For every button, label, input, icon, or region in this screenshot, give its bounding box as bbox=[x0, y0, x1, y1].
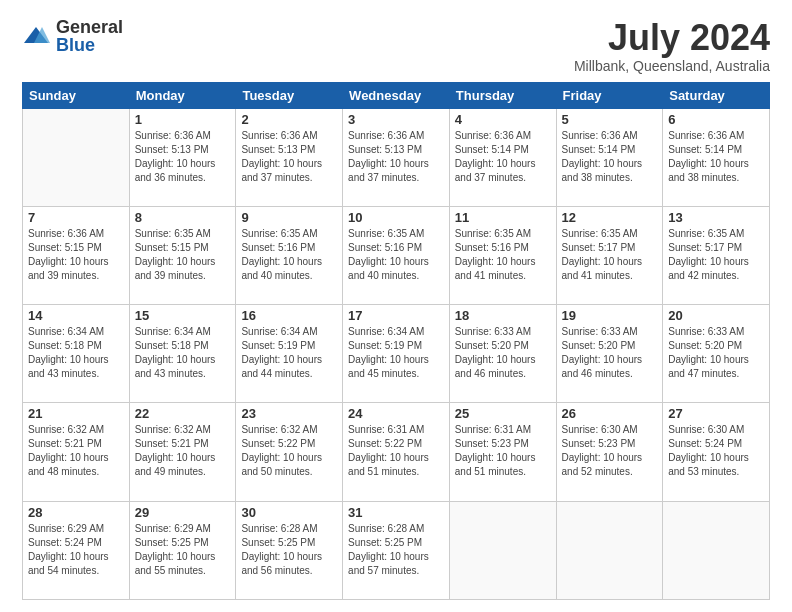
day-number: 10 bbox=[348, 210, 444, 225]
table-row: 2Sunrise: 6:36 AMSunset: 5:13 PMDaylight… bbox=[236, 108, 343, 206]
day-number: 29 bbox=[135, 505, 231, 520]
day-info: Sunrise: 6:35 AMSunset: 5:16 PMDaylight:… bbox=[455, 227, 551, 283]
day-number: 26 bbox=[562, 406, 658, 421]
subtitle: Millbank, Queensland, Australia bbox=[574, 58, 770, 74]
table-row bbox=[663, 501, 770, 599]
logo-icon bbox=[22, 25, 50, 47]
day-info: Sunrise: 6:35 AMSunset: 5:17 PMDaylight:… bbox=[562, 227, 658, 283]
table-row bbox=[23, 108, 130, 206]
table-row: 24Sunrise: 6:31 AMSunset: 5:22 PMDayligh… bbox=[343, 403, 450, 501]
day-info: Sunrise: 6:29 AMSunset: 5:24 PMDaylight:… bbox=[28, 522, 124, 578]
day-number: 11 bbox=[455, 210, 551, 225]
day-number: 12 bbox=[562, 210, 658, 225]
table-row: 20Sunrise: 6:33 AMSunset: 5:20 PMDayligh… bbox=[663, 305, 770, 403]
day-info: Sunrise: 6:34 AMSunset: 5:19 PMDaylight:… bbox=[241, 325, 337, 381]
day-number: 14 bbox=[28, 308, 124, 323]
logo-blue: Blue bbox=[56, 36, 123, 54]
day-number: 22 bbox=[135, 406, 231, 421]
calendar-week-row: 14Sunrise: 6:34 AMSunset: 5:18 PMDayligh… bbox=[23, 305, 770, 403]
day-number: 16 bbox=[241, 308, 337, 323]
header: General Blue July 2024 Millbank, Queensl… bbox=[22, 18, 770, 74]
day-info: Sunrise: 6:28 AMSunset: 5:25 PMDaylight:… bbox=[241, 522, 337, 578]
day-number: 17 bbox=[348, 308, 444, 323]
title-area: July 2024 Millbank, Queensland, Australi… bbox=[574, 18, 770, 74]
day-info: Sunrise: 6:35 AMSunset: 5:16 PMDaylight:… bbox=[241, 227, 337, 283]
col-tuesday: Tuesday bbox=[236, 82, 343, 108]
table-row: 18Sunrise: 6:33 AMSunset: 5:20 PMDayligh… bbox=[449, 305, 556, 403]
day-info: Sunrise: 6:30 AMSunset: 5:23 PMDaylight:… bbox=[562, 423, 658, 479]
day-number: 18 bbox=[455, 308, 551, 323]
day-info: Sunrise: 6:35 AMSunset: 5:15 PMDaylight:… bbox=[135, 227, 231, 283]
day-number: 13 bbox=[668, 210, 764, 225]
day-info: Sunrise: 6:36 AMSunset: 5:14 PMDaylight:… bbox=[668, 129, 764, 185]
day-info: Sunrise: 6:36 AMSunset: 5:13 PMDaylight:… bbox=[348, 129, 444, 185]
day-info: Sunrise: 6:35 AMSunset: 5:16 PMDaylight:… bbox=[348, 227, 444, 283]
col-monday: Monday bbox=[129, 82, 236, 108]
day-info: Sunrise: 6:36 AMSunset: 5:13 PMDaylight:… bbox=[135, 129, 231, 185]
logo: General Blue bbox=[22, 18, 123, 54]
calendar-week-row: 21Sunrise: 6:32 AMSunset: 5:21 PMDayligh… bbox=[23, 403, 770, 501]
day-info: Sunrise: 6:32 AMSunset: 5:22 PMDaylight:… bbox=[241, 423, 337, 479]
day-info: Sunrise: 6:34 AMSunset: 5:18 PMDaylight:… bbox=[28, 325, 124, 381]
table-row: 8Sunrise: 6:35 AMSunset: 5:15 PMDaylight… bbox=[129, 206, 236, 304]
day-info: Sunrise: 6:33 AMSunset: 5:20 PMDaylight:… bbox=[668, 325, 764, 381]
table-row: 30Sunrise: 6:28 AMSunset: 5:25 PMDayligh… bbox=[236, 501, 343, 599]
day-number: 8 bbox=[135, 210, 231, 225]
col-wednesday: Wednesday bbox=[343, 82, 450, 108]
table-row: 31Sunrise: 6:28 AMSunset: 5:25 PMDayligh… bbox=[343, 501, 450, 599]
day-number: 25 bbox=[455, 406, 551, 421]
day-number: 27 bbox=[668, 406, 764, 421]
day-number: 4 bbox=[455, 112, 551, 127]
day-info: Sunrise: 6:36 AMSunset: 5:14 PMDaylight:… bbox=[562, 129, 658, 185]
day-info: Sunrise: 6:34 AMSunset: 5:18 PMDaylight:… bbox=[135, 325, 231, 381]
day-info: Sunrise: 6:32 AMSunset: 5:21 PMDaylight:… bbox=[28, 423, 124, 479]
day-info: Sunrise: 6:36 AMSunset: 5:15 PMDaylight:… bbox=[28, 227, 124, 283]
table-row bbox=[449, 501, 556, 599]
table-row: 5Sunrise: 6:36 AMSunset: 5:14 PMDaylight… bbox=[556, 108, 663, 206]
table-row: 7Sunrise: 6:36 AMSunset: 5:15 PMDaylight… bbox=[23, 206, 130, 304]
day-info: Sunrise: 6:28 AMSunset: 5:25 PMDaylight:… bbox=[348, 522, 444, 578]
table-row: 14Sunrise: 6:34 AMSunset: 5:18 PMDayligh… bbox=[23, 305, 130, 403]
day-number: 31 bbox=[348, 505, 444, 520]
day-info: Sunrise: 6:31 AMSunset: 5:23 PMDaylight:… bbox=[455, 423, 551, 479]
calendar-week-row: 1Sunrise: 6:36 AMSunset: 5:13 PMDaylight… bbox=[23, 108, 770, 206]
table-row: 17Sunrise: 6:34 AMSunset: 5:19 PMDayligh… bbox=[343, 305, 450, 403]
day-number: 24 bbox=[348, 406, 444, 421]
calendar-header-row: Sunday Monday Tuesday Wednesday Thursday… bbox=[23, 82, 770, 108]
day-number: 15 bbox=[135, 308, 231, 323]
col-saturday: Saturday bbox=[663, 82, 770, 108]
table-row: 21Sunrise: 6:32 AMSunset: 5:21 PMDayligh… bbox=[23, 403, 130, 501]
day-number: 7 bbox=[28, 210, 124, 225]
day-info: Sunrise: 6:30 AMSunset: 5:24 PMDaylight:… bbox=[668, 423, 764, 479]
day-info: Sunrise: 6:36 AMSunset: 5:14 PMDaylight:… bbox=[455, 129, 551, 185]
calendar-table: Sunday Monday Tuesday Wednesday Thursday… bbox=[22, 82, 770, 600]
day-number: 6 bbox=[668, 112, 764, 127]
day-number: 19 bbox=[562, 308, 658, 323]
table-row: 16Sunrise: 6:34 AMSunset: 5:19 PMDayligh… bbox=[236, 305, 343, 403]
day-number: 20 bbox=[668, 308, 764, 323]
day-number: 30 bbox=[241, 505, 337, 520]
page: General Blue July 2024 Millbank, Queensl… bbox=[0, 0, 792, 612]
day-number: 28 bbox=[28, 505, 124, 520]
table-row: 3Sunrise: 6:36 AMSunset: 5:13 PMDaylight… bbox=[343, 108, 450, 206]
day-number: 23 bbox=[241, 406, 337, 421]
table-row bbox=[556, 501, 663, 599]
table-row: 19Sunrise: 6:33 AMSunset: 5:20 PMDayligh… bbox=[556, 305, 663, 403]
day-info: Sunrise: 6:32 AMSunset: 5:21 PMDaylight:… bbox=[135, 423, 231, 479]
day-number: 3 bbox=[348, 112, 444, 127]
day-info: Sunrise: 6:33 AMSunset: 5:20 PMDaylight:… bbox=[562, 325, 658, 381]
col-thursday: Thursday bbox=[449, 82, 556, 108]
table-row: 25Sunrise: 6:31 AMSunset: 5:23 PMDayligh… bbox=[449, 403, 556, 501]
table-row: 4Sunrise: 6:36 AMSunset: 5:14 PMDaylight… bbox=[449, 108, 556, 206]
day-info: Sunrise: 6:36 AMSunset: 5:13 PMDaylight:… bbox=[241, 129, 337, 185]
logo-general: General bbox=[56, 18, 123, 36]
day-info: Sunrise: 6:35 AMSunset: 5:17 PMDaylight:… bbox=[668, 227, 764, 283]
table-row: 13Sunrise: 6:35 AMSunset: 5:17 PMDayligh… bbox=[663, 206, 770, 304]
table-row: 22Sunrise: 6:32 AMSunset: 5:21 PMDayligh… bbox=[129, 403, 236, 501]
table-row: 26Sunrise: 6:30 AMSunset: 5:23 PMDayligh… bbox=[556, 403, 663, 501]
day-info: Sunrise: 6:29 AMSunset: 5:25 PMDaylight:… bbox=[135, 522, 231, 578]
day-number: 21 bbox=[28, 406, 124, 421]
table-row: 23Sunrise: 6:32 AMSunset: 5:22 PMDayligh… bbox=[236, 403, 343, 501]
main-title: July 2024 bbox=[574, 18, 770, 58]
day-number: 2 bbox=[241, 112, 337, 127]
